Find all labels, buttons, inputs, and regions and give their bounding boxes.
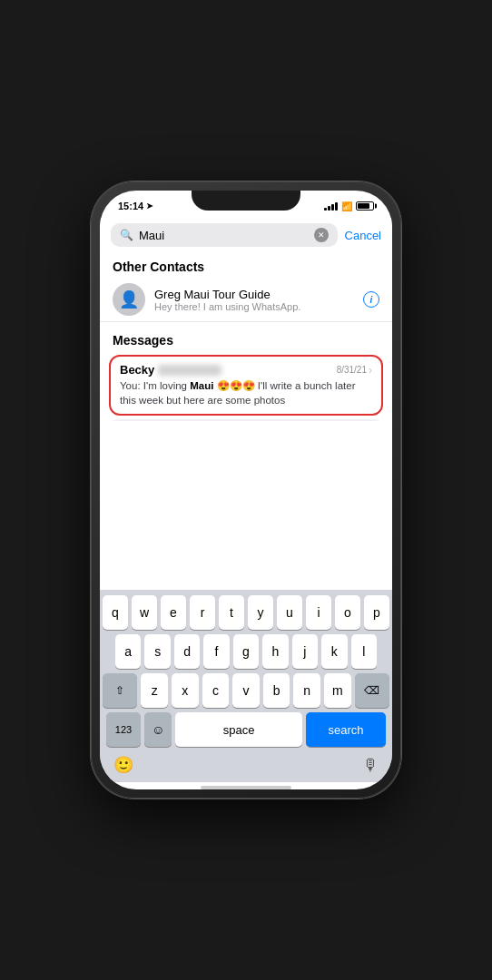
shift-key[interactable]: ⇧: [103, 673, 137, 708]
key-i[interactable]: i: [306, 595, 331, 630]
time-display: 15:14: [118, 201, 143, 211]
key-m[interactable]: m: [324, 673, 351, 708]
notch: [192, 191, 300, 211]
preview-before: You: I'm loving: [120, 380, 190, 391]
message-preview: You: I'm loving Maui 😍😍😍 I'll write a bu…: [120, 378, 372, 407]
key-c[interactable]: c: [202, 673, 230, 708]
wifi-icon: 📶: [341, 201, 352, 211]
keyboard-bottom-row: 123 ☺ space search: [103, 712, 389, 747]
key-b[interactable]: b: [263, 673, 290, 708]
contact-subtitle: Hey there! I am using WhatsApp.: [154, 301, 354, 312]
phone-screen: 15:14 ➤ 📶: [100, 191, 392, 789]
key-f[interactable]: f: [203, 634, 229, 669]
key-w[interactable]: w: [132, 595, 157, 630]
keyboard: q w e r t y u i o p a s d f g: [100, 590, 392, 782]
key-y[interactable]: y: [248, 595, 273, 630]
message-date-area: 8/31/21 ›: [337, 364, 372, 377]
key-r[interactable]: r: [190, 595, 215, 630]
cancel-button[interactable]: Cancel: [345, 229, 381, 242]
avatar: 👤: [113, 283, 145, 316]
status-icons: 📶: [324, 201, 374, 211]
emoji-face-icon[interactable]: 🙂: [113, 755, 133, 775]
keyboard-row-1: q w e r t y u i o p: [103, 595, 389, 630]
search-bar-container: 🔍 Maui ✕ Cancel: [100, 218, 392, 252]
key-h[interactable]: h: [262, 634, 288, 669]
messages-header: Messages: [100, 326, 392, 351]
key-d[interactable]: d: [174, 634, 200, 669]
other-contacts-header: Other Contacts: [100, 252, 392, 278]
keyboard-row-2: a s d f g h j k l: [103, 634, 389, 669]
key-e[interactable]: e: [161, 595, 186, 630]
info-button[interactable]: i: [363, 291, 379, 308]
key-g[interactable]: g: [233, 634, 259, 669]
key-a[interactable]: a: [115, 634, 141, 669]
keyboard-icons-row: 🙂 🎙: [103, 751, 389, 775]
home-indicator: [201, 786, 291, 789]
search-bar[interactable]: 🔍 Maui ✕: [111, 223, 338, 247]
search-icon: 🔍: [120, 229, 133, 241]
chevron-right-icon: ›: [369, 364, 372, 377]
space-key[interactable]: space: [175, 712, 302, 747]
key-p[interactable]: p: [364, 595, 389, 630]
battery-icon: [356, 201, 374, 211]
key-k[interactable]: k: [321, 634, 347, 669]
phone-frame: 15:14 ➤ 📶: [91, 181, 401, 799]
location-icon: ➤: [146, 201, 153, 211]
backspace-key[interactable]: ⌫: [355, 673, 389, 708]
message-date: 8/31/21: [337, 365, 367, 375]
preview-keyword: Maui: [190, 380, 213, 391]
mic-icon[interactable]: 🎙: [362, 756, 379, 775]
search-key[interactable]: search: [306, 712, 386, 747]
key-q[interactable]: q: [103, 595, 128, 630]
message-sender: Becky: [120, 363, 154, 377]
message-sender-area: Becky: [120, 363, 221, 377]
key-o[interactable]: o: [335, 595, 360, 630]
key-u[interactable]: u: [277, 595, 302, 630]
avatar-icon: 👤: [119, 289, 139, 309]
key-z[interactable]: z: [141, 673, 168, 708]
signal-bars: [324, 201, 338, 211]
key-x[interactable]: x: [172, 673, 199, 708]
keyboard-row-3: ⇧ z x c v b n m ⌫: [103, 673, 389, 708]
key-s[interactable]: s: [144, 634, 170, 669]
spacer: [100, 421, 392, 590]
key-t[interactable]: t: [219, 595, 244, 630]
search-clear-button[interactable]: ✕: [314, 228, 329, 242]
contact-info: Greg Maui Tour Guide Hey there! I am usi…: [154, 288, 354, 312]
status-time: 15:14 ➤: [118, 201, 153, 211]
emoji-key[interactable]: ☺: [144, 712, 172, 747]
content-area: Other Contacts 👤 Greg Maui Tour Guide He…: [100, 252, 392, 421]
key-j[interactable]: j: [292, 634, 318, 669]
battery-fill: [358, 203, 369, 209]
message-row-header: Becky 8/31/21 ›: [120, 363, 372, 377]
contact-name: Greg Maui Tour Guide: [154, 288, 354, 301]
search-input[interactable]: Maui: [139, 229, 309, 242]
sender-blurred: [158, 365, 221, 376]
numbers-key[interactable]: 123: [106, 712, 141, 747]
message-row-highlighted[interactable]: Becky 8/31/21 › You: I'm loving Maui 😍😍😍…: [109, 355, 383, 416]
key-v[interactable]: v: [232, 673, 260, 708]
key-l[interactable]: l: [351, 634, 377, 669]
contact-row[interactable]: 👤 Greg Maui Tour Guide Hey there! I am u…: [100, 278, 392, 322]
key-n[interactable]: n: [293, 673, 320, 708]
messages-section: Messages Becky 8/31/21 ›: [100, 326, 392, 421]
